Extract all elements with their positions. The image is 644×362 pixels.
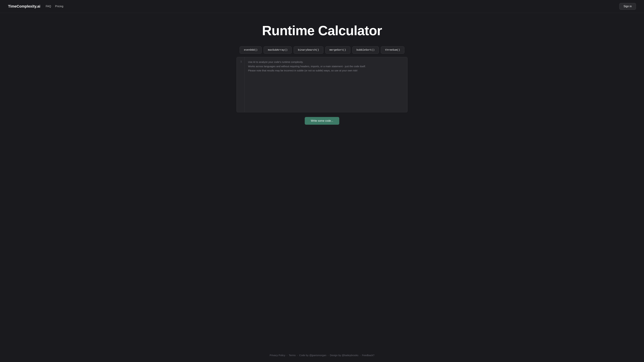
site-logo: TimeComplexity.ai (8, 4, 40, 8)
placeholder-line-3: Please note that results may be incorrec… (248, 68, 404, 73)
code-content-area[interactable]: Use AI to analyze your code's runtime co… (245, 57, 407, 112)
footer-feedback[interactable]: Feedback? (362, 354, 374, 357)
line-numbers: 1 (237, 57, 245, 112)
footer-sep-3: - (328, 354, 328, 357)
example-btn-2[interactable]: binarySearch() (294, 46, 323, 54)
footer-sep-2: - (297, 354, 298, 357)
example-btn-1[interactable]: maxSubArray() (264, 46, 292, 54)
footer-sep-1: - (286, 354, 288, 357)
example-btn-4[interactable]: bubbleSort() (352, 46, 379, 54)
line-number-1: 1 (240, 60, 242, 63)
sign-in-button[interactable]: Sign in (619, 3, 636, 10)
code-editor[interactable]: 1 Use AI to analyze your code's runtime … (236, 57, 408, 112)
example-btn-5[interactable]: threeSum() (381, 46, 404, 54)
nav-pricing[interactable]: Pricing (55, 5, 63, 8)
page-title: Runtime Calculator (262, 23, 382, 38)
placeholder-line-1: Use AI to analyze your code's runtime co… (248, 60, 404, 64)
example-btn-3[interactable]: mergeSort() (325, 46, 350, 54)
example-btn-0[interactable]: evenOdd() (240, 46, 262, 54)
editor-placeholder: Use AI to analyze your code's runtime co… (248, 60, 404, 73)
footer-sep-4: - (360, 354, 360, 357)
footer-terms[interactable]: Terms (289, 354, 296, 357)
placeholder-line-2: Works across languages and without requi… (248, 64, 404, 68)
nav-faq[interactable]: FAQ (46, 5, 51, 8)
footer-design-credit[interactable]: Design by @baileybrooks (330, 354, 358, 357)
example-buttons-container: evenOdd() maxSubArray() binarySearch() m… (236, 46, 408, 54)
submit-button[interactable]: Write some code... (305, 117, 339, 125)
footer-code-credit[interactable]: Code by @jparismorgan (299, 354, 326, 357)
footer-privacy-policy[interactable]: Privacy Policy (270, 354, 285, 357)
footer-links: Privacy Policy - Terms - Code by @jparis… (8, 354, 636, 357)
